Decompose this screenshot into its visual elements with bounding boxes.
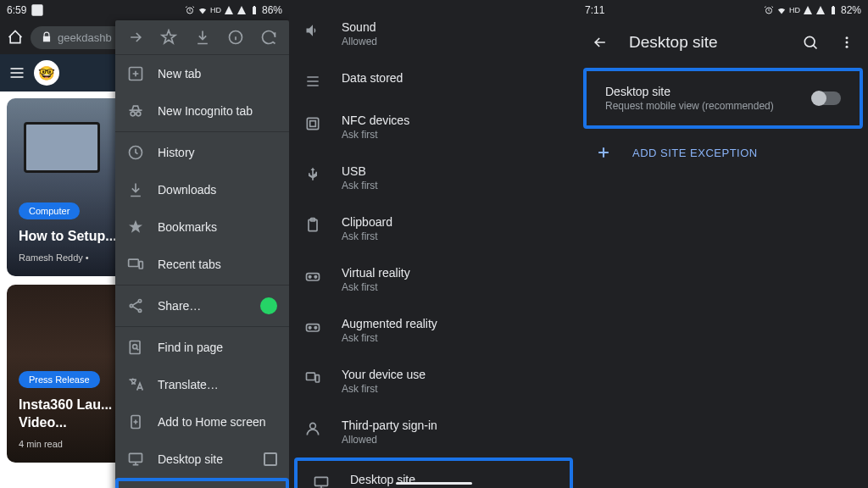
menu-settings[interactable]: Settings: [119, 481, 286, 488]
category-tag[interactable]: Press Release: [19, 371, 100, 388]
wifi-icon: [198, 5, 208, 15]
plus-icon: [595, 144, 612, 161]
site-logo[interactable]: 🤓: [34, 60, 59, 86]
menu-divider: [115, 326, 289, 327]
app-bar: Desktop site: [578, 20, 868, 64]
svg-rect-2: [253, 7, 256, 14]
menu-recent-tabs[interactable]: Recent tabs: [115, 246, 289, 283]
add-site-exception[interactable]: ADD SITE EXCEPTION: [578, 132, 868, 173]
desktop-site-toggle-row[interactable]: Desktop site Request mobile view (recomm…: [592, 75, 854, 122]
page-title: Desktop site: [629, 33, 782, 52]
site-settings-list[interactable]: SoundAllowed Data stored NFC devicesAsk …: [289, 0, 578, 488]
hd-indicator: HD: [789, 6, 800, 14]
settings-item-usb[interactable]: USBAsk first: [289, 152, 578, 203]
home-icon[interactable]: [7, 29, 24, 46]
back-arrow-icon[interactable]: [592, 34, 609, 51]
vr-icon: [304, 268, 321, 285]
star-icon[interactable]: [160, 29, 177, 46]
menu-label: Add to Home screen: [158, 415, 266, 429]
menu-add-home[interactable]: Add to Home screen: [115, 403, 289, 441]
settings-item-clipboard[interactable]: ClipboardAsk first: [289, 203, 578, 254]
category-tag[interactable]: Computer: [19, 202, 80, 219]
history-icon: [127, 144, 144, 161]
item-sub: Ask first: [342, 180, 378, 191]
menu-label: Translate…: [158, 378, 219, 391]
svg-point-6: [131, 112, 135, 116]
item-title: Clipboard: [342, 215, 392, 229]
menu-downloads[interactable]: Downloads: [115, 171, 289, 208]
svg-rect-3: [253, 6, 255, 7]
menu-find[interactable]: Find in page: [115, 329, 289, 366]
svg-rect-0: [32, 4, 43, 15]
menu-bookmarks[interactable]: Bookmarks: [115, 208, 289, 246]
item-title: Virtual reality: [342, 266, 410, 280]
checkbox-empty[interactable]: [264, 452, 277, 466]
settings-item-vr[interactable]: Virtual realityAsk first: [289, 254, 578, 305]
settings-item-sound[interactable]: SoundAllowed: [289, 8, 578, 59]
hamburger-icon[interactable]: [8, 64, 25, 81]
share-icon: [127, 297, 144, 314]
nfc-icon: [304, 115, 321, 132]
svg-point-38: [846, 42, 849, 44]
menu-incognito[interactable]: New Incognito tab: [115, 92, 289, 130]
svg-point-27: [309, 327, 311, 330]
refresh-icon[interactable]: [260, 29, 277, 46]
signal-icon-2: [815, 5, 826, 15]
menu-label: Bookmarks: [158, 220, 217, 234]
svg-rect-30: [315, 375, 319, 382]
toggle-sub: Request mobile view (recommended): [605, 100, 774, 112]
switch-thumb: [811, 91, 826, 106]
article-image: [24, 122, 100, 173]
home-indicator[interactable]: [396, 482, 472, 485]
settings-item-nfc[interactable]: NFC devicesAsk first: [289, 102, 578, 152]
item-title: Augmented reality: [342, 317, 437, 330]
svg-point-25: [314, 276, 317, 279]
forward-arrow-icon[interactable]: [127, 29, 144, 46]
svg-rect-10: [139, 262, 142, 269]
star-filled-icon: [127, 219, 144, 236]
highlight-annotation: Settings: [115, 478, 289, 488]
svg-point-31: [310, 423, 316, 429]
usb-icon: [304, 166, 321, 183]
item-sub: Ask first: [342, 129, 409, 141]
signal-icon: [224, 5, 234, 15]
settings-item-signin[interactable]: Third-party sign-inAllowed: [289, 407, 578, 458]
svg-point-37: [846, 36, 849, 39]
download-icon[interactable]: [194, 29, 211, 46]
lock-icon: [41, 31, 53, 43]
svg-point-28: [314, 327, 317, 330]
svg-rect-35: [832, 6, 834, 7]
more-vert-icon[interactable]: [839, 34, 854, 51]
svg-rect-9: [129, 259, 139, 266]
settings-item-ar[interactable]: Augmented realityAsk first: [289, 305, 578, 356]
menu-share[interactable]: Share…: [115, 287, 289, 324]
item-sub: Ask first: [342, 383, 426, 395]
toggle-title: Desktop site: [605, 85, 774, 98]
svg-point-13: [138, 309, 141, 312]
info-icon[interactable]: [227, 29, 244, 46]
desktop-icon: [313, 474, 330, 488]
svg-rect-29: [307, 373, 315, 380]
menu-desktop-site[interactable]: Desktop site: [115, 441, 289, 478]
svg-point-24: [309, 276, 311, 279]
search-icon[interactable]: [802, 34, 819, 51]
hd-indicator: HD: [210, 6, 221, 14]
downloads-icon: [127, 181, 144, 198]
menu-translate[interactable]: Translate…: [115, 366, 289, 403]
add-exception-label: ADD SITE EXCEPTION: [632, 147, 758, 159]
menu-label: Desktop site: [158, 452, 223, 466]
svg-rect-17: [130, 453, 142, 462]
menu-new-tab[interactable]: New tab: [115, 55, 289, 92]
clipboard-icon: [304, 217, 321, 234]
settings-item-data[interactable]: Data stored: [289, 59, 578, 102]
chrome-menu: New tab New Incognito tab History Downlo…: [115, 20, 289, 488]
wifi-icon: [776, 5, 787, 15]
battery-icon: [828, 5, 838, 15]
toggle-switch[interactable]: [812, 92, 841, 105]
plus-box-icon: [127, 65, 144, 82]
signal-icon-2: [236, 5, 247, 15]
svg-point-39: [846, 46, 849, 48]
menu-label: New Incognito tab: [158, 104, 253, 118]
menu-history[interactable]: History: [115, 134, 289, 171]
settings-item-device-use[interactable]: Your device useAsk first: [289, 356, 578, 407]
